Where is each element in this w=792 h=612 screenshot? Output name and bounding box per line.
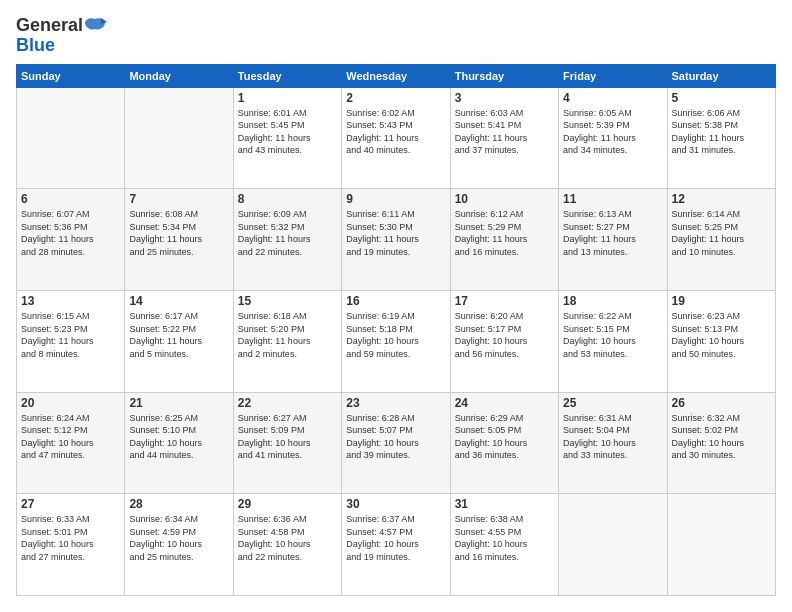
calendar-cell: 28Sunrise: 6:34 AM Sunset: 4:59 PM Dayli… bbox=[125, 494, 233, 596]
day-info: Sunrise: 6:20 AM Sunset: 5:17 PM Dayligh… bbox=[455, 310, 554, 360]
calendar-cell: 6Sunrise: 6:07 AM Sunset: 5:36 PM Daylig… bbox=[17, 189, 125, 291]
day-number: 24 bbox=[455, 396, 554, 410]
day-number: 1 bbox=[238, 91, 337, 105]
day-info: Sunrise: 6:03 AM Sunset: 5:41 PM Dayligh… bbox=[455, 107, 554, 157]
calendar-cell: 1Sunrise: 6:01 AM Sunset: 5:45 PM Daylig… bbox=[233, 87, 341, 189]
day-number: 15 bbox=[238, 294, 337, 308]
day-info: Sunrise: 6:14 AM Sunset: 5:25 PM Dayligh… bbox=[672, 208, 771, 258]
day-number: 12 bbox=[672, 192, 771, 206]
day-info: Sunrise: 6:17 AM Sunset: 5:22 PM Dayligh… bbox=[129, 310, 228, 360]
header: General Blue bbox=[16, 16, 776, 56]
weekday-header-row: SundayMondayTuesdayWednesdayThursdayFrid… bbox=[17, 64, 776, 87]
day-number: 6 bbox=[21, 192, 120, 206]
calendar-table: SundayMondayTuesdayWednesdayThursdayFrid… bbox=[16, 64, 776, 596]
day-info: Sunrise: 6:37 AM Sunset: 4:57 PM Dayligh… bbox=[346, 513, 445, 563]
day-number: 19 bbox=[672, 294, 771, 308]
calendar-cell: 27Sunrise: 6:33 AM Sunset: 5:01 PM Dayli… bbox=[17, 494, 125, 596]
day-info: Sunrise: 6:32 AM Sunset: 5:02 PM Dayligh… bbox=[672, 412, 771, 462]
day-info: Sunrise: 6:08 AM Sunset: 5:34 PM Dayligh… bbox=[129, 208, 228, 258]
day-info: Sunrise: 6:36 AM Sunset: 4:58 PM Dayligh… bbox=[238, 513, 337, 563]
day-info: Sunrise: 6:33 AM Sunset: 5:01 PM Dayligh… bbox=[21, 513, 120, 563]
day-number: 11 bbox=[563, 192, 662, 206]
day-number: 7 bbox=[129, 192, 228, 206]
week-row-1: 1Sunrise: 6:01 AM Sunset: 5:45 PM Daylig… bbox=[17, 87, 776, 189]
weekday-header-monday: Monday bbox=[125, 64, 233, 87]
day-info: Sunrise: 6:06 AM Sunset: 5:38 PM Dayligh… bbox=[672, 107, 771, 157]
day-number: 5 bbox=[672, 91, 771, 105]
week-row-5: 27Sunrise: 6:33 AM Sunset: 5:01 PM Dayli… bbox=[17, 494, 776, 596]
calendar-cell: 12Sunrise: 6:14 AM Sunset: 5:25 PM Dayli… bbox=[667, 189, 775, 291]
weekday-header-sunday: Sunday bbox=[17, 64, 125, 87]
calendar-cell bbox=[125, 87, 233, 189]
day-info: Sunrise: 6:38 AM Sunset: 4:55 PM Dayligh… bbox=[455, 513, 554, 563]
day-info: Sunrise: 6:02 AM Sunset: 5:43 PM Dayligh… bbox=[346, 107, 445, 157]
day-info: Sunrise: 6:24 AM Sunset: 5:12 PM Dayligh… bbox=[21, 412, 120, 462]
day-info: Sunrise: 6:28 AM Sunset: 5:07 PM Dayligh… bbox=[346, 412, 445, 462]
calendar-cell bbox=[559, 494, 667, 596]
logo-blue: Blue bbox=[16, 36, 107, 56]
week-row-3: 13Sunrise: 6:15 AM Sunset: 5:23 PM Dayli… bbox=[17, 290, 776, 392]
calendar-cell bbox=[667, 494, 775, 596]
logo-container: General Blue bbox=[16, 16, 107, 56]
day-number: 25 bbox=[563, 396, 662, 410]
calendar-cell: 25Sunrise: 6:31 AM Sunset: 5:04 PM Dayli… bbox=[559, 392, 667, 494]
day-number: 9 bbox=[346, 192, 445, 206]
weekday-header-wednesday: Wednesday bbox=[342, 64, 450, 87]
day-info: Sunrise: 6:05 AM Sunset: 5:39 PM Dayligh… bbox=[563, 107, 662, 157]
day-info: Sunrise: 6:31 AM Sunset: 5:04 PM Dayligh… bbox=[563, 412, 662, 462]
calendar-cell: 23Sunrise: 6:28 AM Sunset: 5:07 PM Dayli… bbox=[342, 392, 450, 494]
day-number: 8 bbox=[238, 192, 337, 206]
calendar-cell: 10Sunrise: 6:12 AM Sunset: 5:29 PM Dayli… bbox=[450, 189, 558, 291]
day-number: 14 bbox=[129, 294, 228, 308]
calendar-cell: 31Sunrise: 6:38 AM Sunset: 4:55 PM Dayli… bbox=[450, 494, 558, 596]
day-info: Sunrise: 6:25 AM Sunset: 5:10 PM Dayligh… bbox=[129, 412, 228, 462]
day-info: Sunrise: 6:13 AM Sunset: 5:27 PM Dayligh… bbox=[563, 208, 662, 258]
day-info: Sunrise: 6:29 AM Sunset: 5:05 PM Dayligh… bbox=[455, 412, 554, 462]
calendar-cell: 15Sunrise: 6:18 AM Sunset: 5:20 PM Dayli… bbox=[233, 290, 341, 392]
day-info: Sunrise: 6:11 AM Sunset: 5:30 PM Dayligh… bbox=[346, 208, 445, 258]
weekday-header-tuesday: Tuesday bbox=[233, 64, 341, 87]
day-number: 20 bbox=[21, 396, 120, 410]
logo: General Blue bbox=[16, 16, 107, 56]
day-info: Sunrise: 6:27 AM Sunset: 5:09 PM Dayligh… bbox=[238, 412, 337, 462]
week-row-4: 20Sunrise: 6:24 AM Sunset: 5:12 PM Dayli… bbox=[17, 392, 776, 494]
day-info: Sunrise: 6:12 AM Sunset: 5:29 PM Dayligh… bbox=[455, 208, 554, 258]
calendar-cell: 8Sunrise: 6:09 AM Sunset: 5:32 PM Daylig… bbox=[233, 189, 341, 291]
logo-general: General bbox=[16, 16, 83, 36]
day-number: 2 bbox=[346, 91, 445, 105]
day-number: 31 bbox=[455, 497, 554, 511]
calendar-cell: 9Sunrise: 6:11 AM Sunset: 5:30 PM Daylig… bbox=[342, 189, 450, 291]
calendar-cell: 19Sunrise: 6:23 AM Sunset: 5:13 PM Dayli… bbox=[667, 290, 775, 392]
day-number: 22 bbox=[238, 396, 337, 410]
calendar-cell: 16Sunrise: 6:19 AM Sunset: 5:18 PM Dayli… bbox=[342, 290, 450, 392]
day-number: 18 bbox=[563, 294, 662, 308]
calendar-cell: 30Sunrise: 6:37 AM Sunset: 4:57 PM Dayli… bbox=[342, 494, 450, 596]
calendar-cell: 7Sunrise: 6:08 AM Sunset: 5:34 PM Daylig… bbox=[125, 189, 233, 291]
day-number: 30 bbox=[346, 497, 445, 511]
day-info: Sunrise: 6:34 AM Sunset: 4:59 PM Dayligh… bbox=[129, 513, 228, 563]
day-number: 16 bbox=[346, 294, 445, 308]
calendar-cell: 21Sunrise: 6:25 AM Sunset: 5:10 PM Dayli… bbox=[125, 392, 233, 494]
calendar-cell: 18Sunrise: 6:22 AM Sunset: 5:15 PM Dayli… bbox=[559, 290, 667, 392]
day-number: 13 bbox=[21, 294, 120, 308]
calendar-cell: 2Sunrise: 6:02 AM Sunset: 5:43 PM Daylig… bbox=[342, 87, 450, 189]
day-info: Sunrise: 6:15 AM Sunset: 5:23 PM Dayligh… bbox=[21, 310, 120, 360]
page: General Blue SundayMondayTuesdayWednesda… bbox=[0, 0, 792, 612]
calendar-cell: 11Sunrise: 6:13 AM Sunset: 5:27 PM Dayli… bbox=[559, 189, 667, 291]
day-number: 26 bbox=[672, 396, 771, 410]
week-row-2: 6Sunrise: 6:07 AM Sunset: 5:36 PM Daylig… bbox=[17, 189, 776, 291]
weekday-header-saturday: Saturday bbox=[667, 64, 775, 87]
weekday-header-thursday: Thursday bbox=[450, 64, 558, 87]
day-info: Sunrise: 6:01 AM Sunset: 5:45 PM Dayligh… bbox=[238, 107, 337, 157]
day-info: Sunrise: 6:22 AM Sunset: 5:15 PM Dayligh… bbox=[563, 310, 662, 360]
day-number: 28 bbox=[129, 497, 228, 511]
day-number: 4 bbox=[563, 91, 662, 105]
calendar-cell: 20Sunrise: 6:24 AM Sunset: 5:12 PM Dayli… bbox=[17, 392, 125, 494]
calendar-cell: 22Sunrise: 6:27 AM Sunset: 5:09 PM Dayli… bbox=[233, 392, 341, 494]
day-info: Sunrise: 6:09 AM Sunset: 5:32 PM Dayligh… bbox=[238, 208, 337, 258]
calendar-cell: 29Sunrise: 6:36 AM Sunset: 4:58 PM Dayli… bbox=[233, 494, 341, 596]
day-info: Sunrise: 6:18 AM Sunset: 5:20 PM Dayligh… bbox=[238, 310, 337, 360]
day-number: 23 bbox=[346, 396, 445, 410]
day-info: Sunrise: 6:07 AM Sunset: 5:36 PM Dayligh… bbox=[21, 208, 120, 258]
logo-bird-icon bbox=[85, 17, 107, 35]
